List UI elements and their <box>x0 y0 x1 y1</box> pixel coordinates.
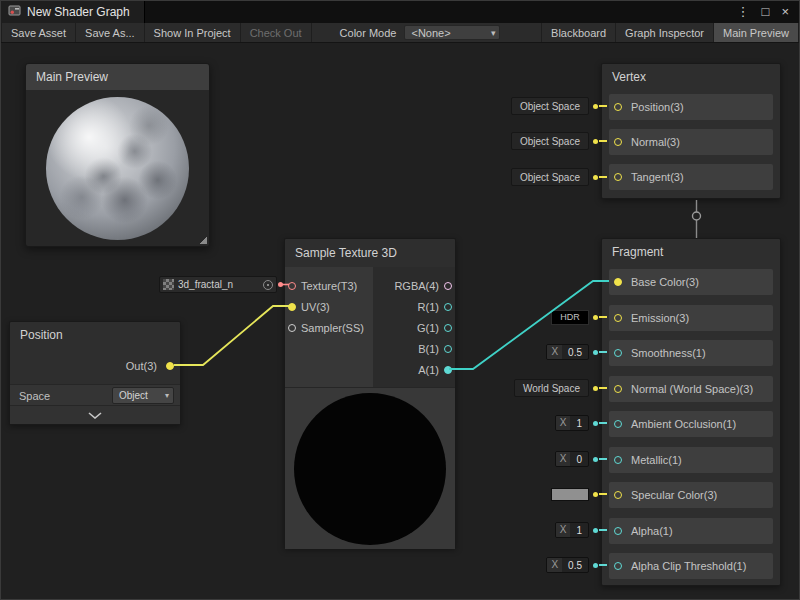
input-sampler[interactable]: Sampler(SS) <box>285 317 373 338</box>
b-output-port[interactable] <box>444 345 452 353</box>
fragment-row-smoothness[interactable]: Smoothness(1) <box>609 340 773 366</box>
fragment-node-title[interactable]: Fragment <box>602 239 780 265</box>
output-rgba[interactable]: RGBA(4) <box>373 275 455 296</box>
vertex-node-title[interactable]: Vertex <box>602 64 780 90</box>
ambient-occlusion-value-widget: X 1 <box>555 414 607 432</box>
row-label: Metallic(1) <box>631 454 682 466</box>
fragment-row-metallic[interactable]: Metallic(1) <box>609 447 773 473</box>
float-value[interactable]: 0 <box>570 454 588 465</box>
graph-inspector-toggle-button[interactable]: Graph Inspector <box>616 23 714 42</box>
fragment-row-base-color[interactable]: Base Color(3) <box>609 269 773 295</box>
fragment-row-specular-color[interactable]: Specular Color(3) <box>609 482 773 508</box>
row-label: Alpha(1) <box>631 525 673 537</box>
main-preview-title[interactable]: Main Preview <box>26 64 209 90</box>
tangent-input-port[interactable] <box>614 173 622 181</box>
normal-ws-input-port[interactable] <box>614 385 622 393</box>
fragment-row-alpha-clip[interactable]: Alpha Clip Threshold(1) <box>609 553 773 579</box>
specular-color-swatch[interactable] <box>551 488 589 501</box>
preview-sphere[interactable] <box>46 97 189 240</box>
specular-color-input-port[interactable] <box>614 491 622 499</box>
alpha-input-port[interactable] <box>614 527 622 535</box>
output-a[interactable]: A(1) <box>373 359 455 380</box>
position-out-port[interactable] <box>166 362 174 370</box>
a-output-port[interactable] <box>444 366 452 374</box>
color-mode-dropdown[interactable]: <None> ▾ <box>404 25 500 40</box>
g-output-port[interactable] <box>444 324 452 332</box>
rgba-output-port[interactable] <box>444 282 452 290</box>
row-label: UV(3) <box>301 301 330 313</box>
normal-input-port[interactable] <box>614 138 622 146</box>
output-r[interactable]: R(1) <box>373 296 455 317</box>
uv-input-port[interactable] <box>288 303 296 311</box>
block-stack-handle[interactable] <box>693 212 701 220</box>
vertex-row-position[interactable]: Position(3) <box>609 94 773 120</box>
connector-dot <box>593 386 598 391</box>
toolbar-right-group: Blackboard Graph Inspector Main Preview <box>541 23 799 42</box>
r-output-port[interactable] <box>444 303 452 311</box>
collapse-row[interactable] <box>10 405 180 424</box>
normal-space-dropdown[interactable]: Object Space <box>511 132 589 150</box>
sampler-input-port[interactable] <box>288 324 296 332</box>
vertex-row-normal[interactable]: Normal(3) <box>609 129 773 155</box>
tangent-space-dropdown[interactable]: Object Space <box>511 168 589 186</box>
position-space-dropdown[interactable]: Object Space <box>511 97 589 115</box>
position-input-port[interactable] <box>614 103 622 111</box>
graph-canvas[interactable]: Main Preview Vertex Position(3) Normal(3… <box>1 43 800 600</box>
emission-input-port[interactable] <box>614 314 622 322</box>
edge-position-to-uv[interactable] <box>174 306 290 365</box>
color-mode-value: <None> <box>411 27 450 39</box>
vertex-node[interactable]: Vertex Position(3) Normal(3) Tangent(3) <box>601 63 781 199</box>
space-dropdown[interactable]: Object ▾ <box>112 387 174 404</box>
main-preview-panel[interactable]: Main Preview <box>25 63 210 247</box>
position-out-row[interactable]: Out(3) <box>11 356 179 376</box>
object-picker-icon[interactable] <box>263 280 273 290</box>
metallic-input-port[interactable] <box>614 456 622 464</box>
maximize-icon[interactable]: □ <box>762 1 770 23</box>
connector-stub <box>599 564 607 566</box>
vertex-row-tangent[interactable]: Tangent(3) <box>609 164 773 190</box>
ambient-occlusion-input-port[interactable] <box>614 420 622 428</box>
base-color-input-port[interactable] <box>614 278 622 286</box>
texture-object-field[interactable]: 3d_fractal_n <box>159 276 277 293</box>
blackboard-toggle-button[interactable]: Blackboard <box>541 23 616 42</box>
smoothness-float-field[interactable]: X 0.5 <box>546 344 589 360</box>
connector-dot <box>593 139 598 144</box>
alpha-clip-float-field[interactable]: X 0.5 <box>546 557 589 573</box>
kebab-menu-icon[interactable]: ⋮ <box>737 1 750 23</box>
fragment-row-ambient-occlusion[interactable]: Ambient Occlusion(1) <box>609 411 773 437</box>
sample-texture-3d-node[interactable]: Sample Texture 3D Texture(T3) UV(3) Samp… <box>284 238 456 548</box>
row-label: A(1) <box>418 364 439 376</box>
float-value[interactable]: 1 <box>570 525 588 536</box>
alpha-clip-input-port[interactable] <box>614 562 622 570</box>
resize-grip-icon[interactable] <box>199 236 207 244</box>
fragment-row-emission[interactable]: Emission(3) <box>609 305 773 331</box>
document-tab[interactable]: New Shader Graph <box>1 1 145 23</box>
main-preview-toggle-button[interactable]: Main Preview <box>714 23 799 42</box>
fragment-row-alpha[interactable]: Alpha(1) <box>609 518 773 544</box>
position-node[interactable]: Position Out(3) Space Object ▾ <box>9 321 181 425</box>
world-space-dropdown[interactable]: World Space <box>514 379 589 397</box>
smoothness-input-port[interactable] <box>614 349 622 357</box>
input-texture[interactable]: Texture(T3) <box>285 275 373 296</box>
collapse-chevron-icon <box>88 412 102 419</box>
output-g[interactable]: G(1) <box>373 317 455 338</box>
save-asset-button[interactable]: Save Asset <box>1 23 76 42</box>
sample-texture-3d-title[interactable]: Sample Texture 3D <box>285 239 455 267</box>
position-node-title[interactable]: Position <box>10 322 180 348</box>
alpha-float-field[interactable]: X 1 <box>555 522 589 538</box>
float-value[interactable]: 1 <box>570 418 588 429</box>
float-value[interactable]: 0.5 <box>562 347 588 358</box>
metallic-float-field[interactable]: X 0 <box>555 451 589 467</box>
fragment-node[interactable]: Fragment Base Color(3) Emission(3) Smoot… <box>601 238 781 586</box>
fragment-row-normal-ws[interactable]: Normal (World Space)(3) <box>609 376 773 402</box>
ambient-occlusion-float-field[interactable]: X 1 <box>555 415 589 431</box>
texture-connector-dot <box>278 282 283 287</box>
save-as-button[interactable]: Save As... <box>76 23 145 42</box>
texture-input-port[interactable] <box>288 282 296 290</box>
input-uv[interactable]: UV(3) <box>285 296 373 317</box>
show-in-project-button[interactable]: Show In Project <box>145 23 241 42</box>
close-icon[interactable]: × <box>781 1 789 23</box>
output-b[interactable]: B(1) <box>373 338 455 359</box>
emission-hdr-color-swatch[interactable]: HDR <box>551 310 589 325</box>
float-value[interactable]: 0.5 <box>562 560 588 571</box>
